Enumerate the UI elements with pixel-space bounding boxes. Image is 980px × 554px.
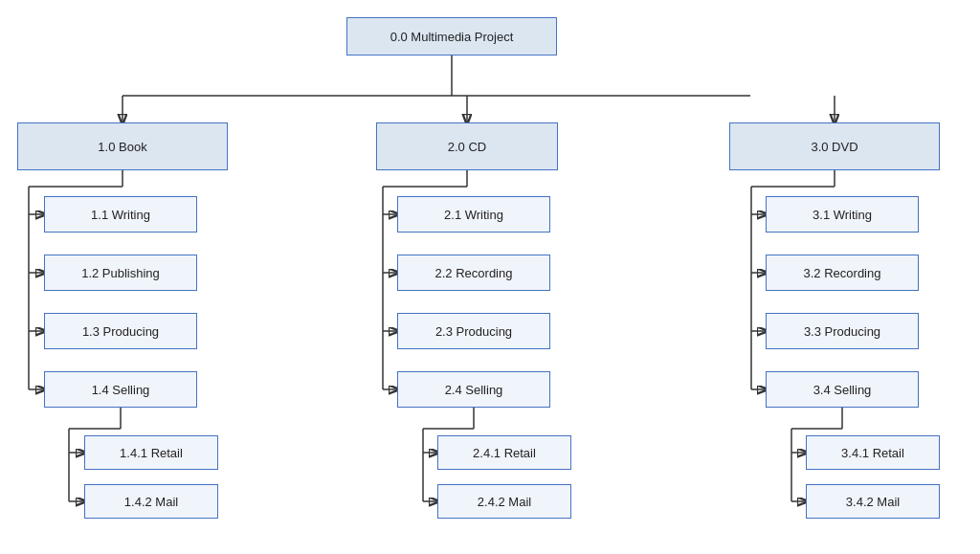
node-13-label: 1.3 Producing xyxy=(82,324,159,339)
node-141-label: 1.4.1 Retail xyxy=(120,446,183,460)
node-341-label: 3.4.1 Retail xyxy=(841,446,904,460)
node-241: 2.4.1 Retail xyxy=(437,435,571,470)
node-23-label: 2.3 Producing xyxy=(435,324,512,339)
node-23: 2.3 Producing xyxy=(397,313,550,349)
node-14: 1.4 Selling xyxy=(44,371,197,408)
node-cd: 2.0 CD xyxy=(376,122,558,170)
node-dvd: 3.0 DVD xyxy=(729,122,940,170)
root-label: 0.0 Multimedia Project xyxy=(390,30,514,44)
node-21: 2.1 Writing xyxy=(397,196,550,233)
node-14-label: 1.4 Selling xyxy=(92,383,150,397)
node-31-label: 3.1 Writing xyxy=(813,208,872,222)
node-11: 1.1 Writing xyxy=(44,196,197,233)
node-241-label: 2.4.1 Retail xyxy=(473,446,536,460)
node-book-label: 1.0 Book xyxy=(98,140,146,154)
node-142: 1.4.2 Mail xyxy=(84,484,218,519)
node-342-label: 3.4.2 Mail xyxy=(846,495,900,509)
node-141: 1.4.1 Retail xyxy=(84,435,218,470)
node-34: 3.4 Selling xyxy=(766,371,919,408)
node-12: 1.2 Publishing xyxy=(44,255,197,291)
node-13: 1.3 Producing xyxy=(44,313,197,349)
node-22-label: 2.2 Recording xyxy=(435,266,513,280)
node-24: 2.4 Selling xyxy=(397,371,550,408)
node-32-label: 3.2 Recording xyxy=(804,266,881,280)
node-341: 3.4.1 Retail xyxy=(806,435,940,470)
node-32: 3.2 Recording xyxy=(766,255,919,291)
node-12-label: 1.2 Publishing xyxy=(81,266,160,280)
node-cd-label: 2.0 CD xyxy=(448,140,486,154)
node-33-label: 3.3 Producing xyxy=(804,324,880,339)
node-33: 3.3 Producing xyxy=(766,313,919,349)
node-31: 3.1 Writing xyxy=(766,196,919,233)
node-dvd-label: 3.0 DVD xyxy=(811,140,858,154)
node-24-label: 2.4 Selling xyxy=(445,383,503,397)
node-342: 3.4.2 Mail xyxy=(806,484,940,519)
wbs-diagram: 0.0 Multimedia Project 1.0 Book 2.0 CD 3… xyxy=(0,0,980,554)
node-22: 2.2 Recording xyxy=(397,255,550,291)
node-21-label: 2.1 Writing xyxy=(444,208,503,222)
node-34-label: 3.4 Selling xyxy=(813,383,872,397)
node-book: 1.0 Book xyxy=(17,122,228,170)
node-242-label: 2.4.2 Mail xyxy=(478,495,531,509)
root-node: 0.0 Multimedia Project xyxy=(346,17,557,55)
node-142-label: 1.4.2 Mail xyxy=(124,495,178,509)
node-242: 2.4.2 Mail xyxy=(437,484,571,519)
node-11-label: 1.1 Writing xyxy=(91,208,150,222)
